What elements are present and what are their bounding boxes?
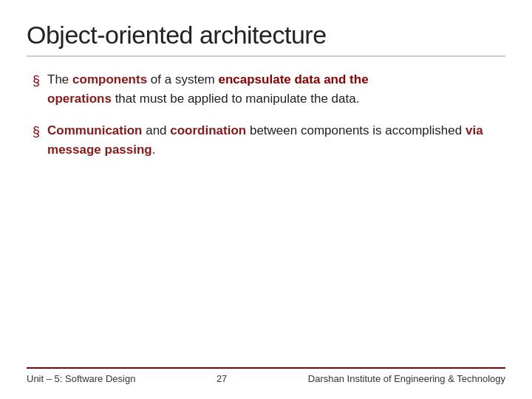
text-encapsulate-data: encapsulate data and the [218, 72, 368, 86]
text-communication: Communication [47, 123, 142, 137]
slide-container: Object-oriented architecture § The compo… [0, 0, 532, 399]
bullet-item-2: § Communication and coordination between… [33, 121, 505, 160]
text-and: and [142, 123, 170, 137]
text-of-a-system: of a system [147, 72, 218, 86]
footer-left: Unit – 5: Software Design [27, 373, 135, 384]
title-section: Object-oriented architecture [27, 21, 505, 57]
bullet-text-1: The components of a system encapsulate d… [47, 70, 505, 109]
bullet-text-2: Communication and coordination between c… [47, 121, 505, 160]
text-between-components: between components is accomplished [246, 123, 466, 137]
content-section: § The components of a system encapsulate… [27, 70, 505, 367]
footer: Unit – 5: Software Design 27 Darshan Ins… [27, 367, 505, 384]
footer-page-number: 27 [216, 373, 227, 384]
text-coordination: coordination [170, 123, 246, 137]
text-components: components [72, 72, 147, 86]
text-that-must: that must be applied to manipulate the d… [112, 92, 360, 106]
text-operations: operations [47, 92, 112, 106]
slide-title: Object-oriented architecture [27, 21, 505, 50]
text-period: . [152, 143, 156, 157]
text-the: The [47, 72, 72, 86]
bullet-item-1: § The components of a system encapsulate… [33, 70, 505, 109]
bullet-marker-1: § [33, 71, 40, 92]
bullet-marker-2: § [33, 122, 40, 143]
footer-right: Darshan Institute of Engineering & Techn… [308, 373, 505, 384]
